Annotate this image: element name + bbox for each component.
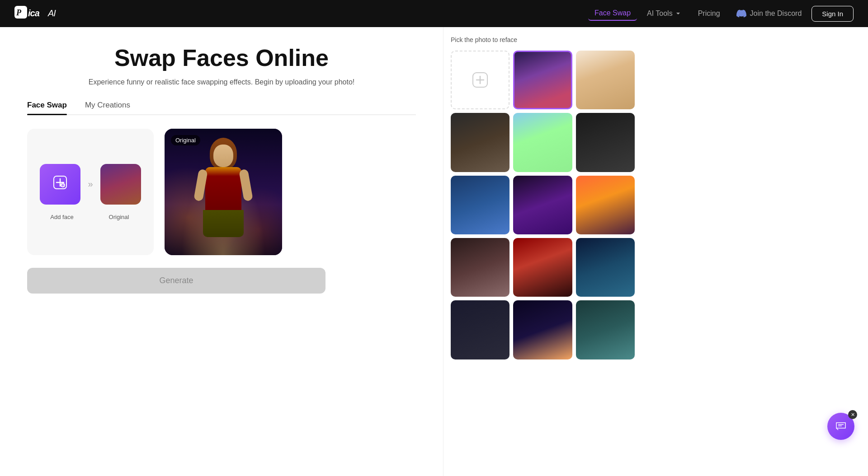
tab-face-swap[interactable]: Face Swap [27, 101, 67, 114]
photo-item[interactable] [513, 176, 572, 234]
photo-item[interactable] [576, 238, 635, 297]
photo-item[interactable] [576, 113, 635, 172]
add-face-box[interactable] [40, 164, 80, 205]
photo-item[interactable] [451, 300, 509, 359]
tab-my-creations[interactable]: My Creations [85, 101, 130, 114]
tab-bar: Face Swap My Creations [27, 101, 416, 115]
sidebar-title: Pick the photo to reface [451, 36, 635, 43]
arrow-icon: » [88, 179, 93, 189]
upload-new-photo[interactable] [451, 51, 509, 109]
main-content: Swap Faces Online Experience funny or re… [0, 27, 443, 476]
photo-item[interactable] [451, 176, 509, 234]
photo-item[interactable] [513, 51, 572, 109]
photo-item[interactable] [513, 300, 572, 359]
upload-items: » [40, 164, 141, 205]
main-nav: Face Swap AI Tools Pricing Join the Disc… [588, 6, 854, 22]
svg-text:ica: ica [28, 8, 40, 18]
add-face-label: Add face [42, 214, 82, 220]
nav-discord[interactable]: Join the Discord [730, 6, 808, 21]
add-face-icon [53, 175, 67, 193]
original-thumbnail [100, 164, 141, 205]
header: P ica AI Face Swap AI Tools Pricing Join… [0, 0, 868, 27]
photo-item[interactable] [513, 238, 572, 297]
logo: P ica AI [14, 4, 69, 23]
chatbot-bubble[interactable]: ✕ [827, 413, 854, 440]
sign-in-button[interactable]: Sign In [811, 6, 854, 22]
svg-text:AI: AI [47, 8, 56, 18]
generate-button[interactable]: Generate [27, 268, 326, 294]
logo-pica: P ica AI [14, 4, 69, 23]
nav-ai-tools[interactable]: AI Tools [641, 7, 688, 20]
nav-pricing[interactable]: Pricing [692, 7, 726, 20]
swap-area: » Add face Original [27, 129, 416, 255]
photo-item[interactable] [451, 238, 509, 297]
sidebar: Pick the photo to reface [443, 27, 642, 476]
photo-item[interactable] [576, 51, 635, 109]
preview-image [165, 129, 282, 255]
nav-face-swap[interactable]: Face Swap [588, 6, 637, 21]
original-badge: Original [171, 135, 200, 145]
photo-item[interactable] [513, 113, 572, 172]
photo-item[interactable] [576, 300, 635, 359]
photo-grid [451, 51, 635, 359]
hero-subtitle: Experience funny or realistic face swapp… [27, 78, 416, 86]
original-label: Original [99, 214, 139, 220]
photo-item[interactable] [451, 113, 509, 172]
upload-panel: » Add face Original [27, 129, 154, 255]
page-wrapper: Swap Faces Online Experience funny or re… [0, 27, 868, 476]
original-preview: Original [165, 129, 282, 255]
hero-title: Swap Faces Online [27, 45, 416, 71]
upload-labels: Add face Original [38, 214, 143, 220]
photo-item[interactable] [576, 176, 635, 234]
chatbot-close-button[interactable]: ✕ [848, 410, 857, 419]
